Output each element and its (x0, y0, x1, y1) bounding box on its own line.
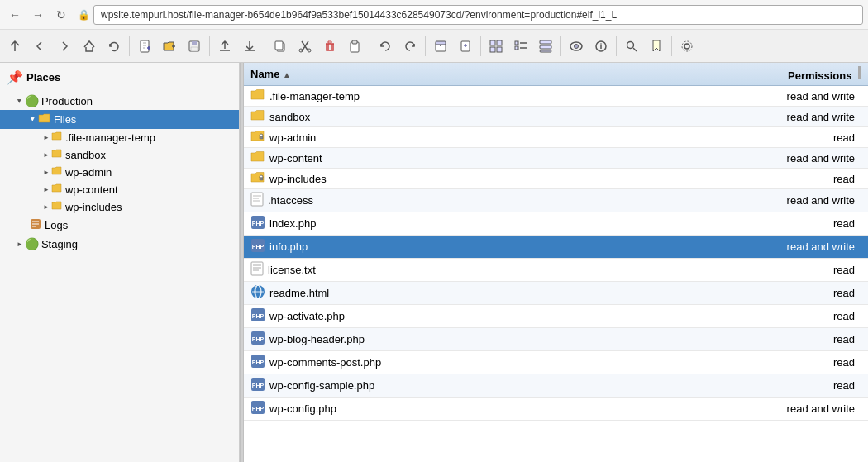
file-name-text: .file-manager-temp (269, 90, 360, 102)
file-list-body: .file-manager-tempread and writesandboxr… (244, 86, 868, 421)
table-row[interactable]: PHPindex.phpread (244, 212, 868, 236)
table-row[interactable]: PHPwp-config-sample.phpread (244, 374, 868, 398)
sidebar-item-wp-admin[interactable]: ► wp-admin (0, 164, 239, 181)
col-header-name[interactable]: Name ▲ (244, 63, 681, 86)
file-icon: PHP (250, 400, 265, 417)
staging-triangle: ► (17, 241, 23, 248)
sandbox-folder-icon (51, 149, 63, 161)
file-permissions-cell: read and write (681, 236, 869, 259)
toolbar-reload[interactable] (103, 35, 126, 58)
toolbar-bookmark[interactable] (645, 35, 668, 58)
file-name-cell: wp-includes (244, 169, 681, 189)
file-permissions-cell: read (681, 282, 869, 305)
files-triangle: ► (29, 117, 36, 123)
file-permissions-cell: read (681, 169, 869, 189)
sidebar-item-staging[interactable]: ► 🟢 Staging (0, 235, 239, 253)
toolbar-search[interactable] (620, 35, 643, 58)
sidebar-item-wp-includes[interactable]: ► wp-includes (0, 198, 239, 216)
address-bar[interactable] (93, 5, 863, 25)
file-name-text: index.php (269, 217, 316, 230)
table-row[interactable]: wp-contentread and write (244, 148, 868, 169)
table-row[interactable]: sandboxread and write (244, 107, 868, 127)
sidebar-item-wp-content[interactable]: ► wp-content (0, 181, 239, 198)
toolbar-tree-view[interactable] (534, 35, 557, 58)
svg-rect-13 (490, 40, 495, 45)
toolbar-home[interactable] (78, 35, 101, 58)
sidebar-item-logs[interactable]: Logs (0, 216, 239, 235)
file-name-cell: PHPindex.php (244, 212, 681, 236)
table-row[interactable]: PHPinfo.phpread and write (244, 236, 868, 259)
toolbar-grid-view[interactable] (484, 35, 508, 58)
sort-arrow-name: ▲ (283, 70, 291, 79)
svg-point-28 (682, 41, 692, 51)
toolbar-undo[interactable] (374, 35, 397, 58)
sidebar-item-production[interactable]: ► 🟢 Production (0, 92, 239, 110)
toolbar-copy[interactable] (269, 35, 292, 58)
col-resize-handle[interactable] (858, 66, 861, 79)
table-row[interactable]: .file-manager-tempread and write (244, 86, 868, 107)
toolbar-new-folder[interactable] (158, 35, 181, 58)
svg-rect-5 (275, 41, 283, 50)
toolbar-archive[interactable] (429, 35, 452, 58)
col-header-permissions[interactable]: Permissions (681, 63, 869, 86)
file-name-cell: PHPinfo.php (244, 236, 681, 259)
table-row[interactable]: license.txtread (244, 259, 868, 282)
file-icon: PHP (250, 377, 265, 394)
table-row[interactable]: wp-includesread (244, 169, 868, 189)
toolbar-delete[interactable] (318, 35, 341, 58)
svg-rect-18 (515, 46, 518, 50)
toolbar-extract[interactable] (454, 35, 477, 58)
file-name-cell: sandbox (244, 107, 681, 127)
toolbar-redo[interactable] (398, 35, 422, 58)
toolbar-save[interactable] (183, 35, 206, 58)
toolbar-info[interactable] (589, 35, 613, 58)
fmt-folder-icon (51, 131, 63, 144)
toolbar-upload[interactable] (213, 35, 236, 58)
wpincludes-triangle: ► (43, 203, 50, 211)
toolbar-settings[interactable] (675, 35, 699, 58)
file-permissions-cell: read and write (681, 86, 869, 107)
table-row[interactable]: wp-adminread (244, 127, 868, 148)
file-icon: PHP (250, 354, 265, 371)
sidebar-item-file-manager-temp[interactable]: ► .file-manager-temp (0, 129, 239, 146)
sidebar-item-files[interactable]: ► Files (0, 110, 239, 129)
sidebar-item-sandbox[interactable]: ► sandbox (0, 146, 239, 164)
file-name-text: wp-config-sample.php (269, 379, 374, 392)
toolbar-download[interactable] (238, 35, 261, 58)
table-row[interactable]: PHPwp-blog-header.phpread (244, 328, 868, 351)
file-permissions-cell: read (681, 259, 869, 282)
file-name-text: wp-blog-header.php (269, 333, 365, 345)
logs-label: Logs (45, 219, 68, 231)
svg-rect-16 (497, 47, 502, 52)
table-row[interactable]: PHPwp-config.phpread and write (244, 398, 868, 421)
file-permissions-cell: read (681, 305, 869, 328)
toolbar-list-view[interactable] (509, 35, 532, 58)
toolbar-new-file[interactable] (133, 35, 156, 58)
svg-text:PHP: PHP (252, 313, 265, 319)
production-server-icon: 🟢 (25, 94, 39, 107)
back-button[interactable]: ← (5, 5, 25, 25)
svg-point-27 (684, 44, 689, 49)
toolbar-cut[interactable] (293, 35, 317, 58)
table-row[interactable]: PHPwp-comments-post.phpread (244, 351, 868, 374)
svg-rect-30 (260, 136, 263, 139)
toolbar-paste[interactable] (343, 35, 366, 58)
table-row[interactable]: PHPwp-activate.phpread (244, 305, 868, 328)
file-icon: PHP (250, 238, 265, 255)
toolbar-preview[interactable] (565, 35, 588, 58)
sidebar-places[interactable]: 📌 Places (0, 66, 239, 88)
toolbar-forward[interactable] (53, 35, 76, 58)
file-permissions-cell: read and write (681, 398, 869, 421)
file-name-text: wp-content (269, 152, 322, 164)
toolbar-up[interactable] (3, 35, 26, 58)
forward-button[interactable]: → (28, 5, 48, 25)
file-icon (250, 171, 265, 186)
svg-rect-3 (191, 47, 198, 51)
staging-server-icon: 🟢 (25, 237, 39, 250)
table-row[interactable]: readme.htmlread (244, 282, 868, 305)
toolbar-sep-5 (425, 36, 426, 56)
table-row[interactable]: .htaccessread and write (244, 189, 868, 212)
file-name-cell: .htaccess (244, 189, 681, 212)
toolbar-back[interactable] (28, 35, 51, 58)
reload-button[interactable]: ↻ (51, 5, 71, 25)
